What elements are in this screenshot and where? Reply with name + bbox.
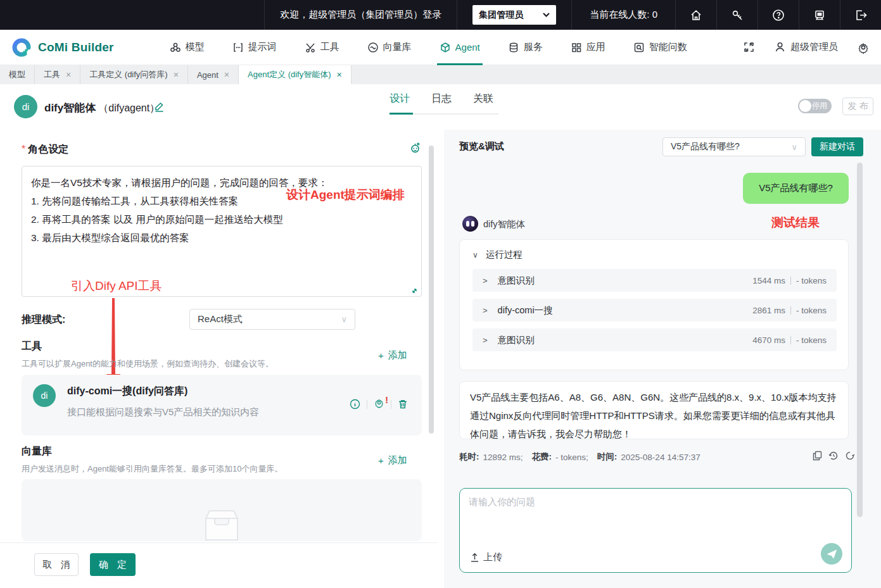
- chevron-down-icon: ∨: [341, 315, 347, 324]
- page-subtitle: （difyagent）: [98, 103, 160, 113]
- chevron-down-icon: ∨: [791, 142, 797, 152]
- design-tabs: 设计 日志 关联: [390, 92, 493, 113]
- plus-icon: +: [378, 455, 384, 466]
- help-button[interactable]: [758, 0, 799, 30]
- divider: [391, 400, 391, 409]
- vector-section-title: 向量库: [22, 445, 52, 458]
- nav-item-app[interactable]: 应用: [571, 30, 605, 65]
- welcome-text: 欢迎，超级管理员（集团管理员）登录: [265, 9, 457, 21]
- confirm-button[interactable]: 确 定: [90, 553, 136, 576]
- tab-model[interactable]: 模型: [0, 65, 35, 84]
- cancel-button[interactable]: 取 消: [34, 553, 79, 576]
- divider: [790, 277, 791, 285]
- resize-handle-icon[interactable]: [410, 287, 419, 295]
- run-process-card: ∨ 运行过程 > 意图识别 1544 ms- tokens > dify-com…: [459, 239, 849, 370]
- agent-chat-avatar: [462, 216, 478, 232]
- annotation-prompt-design: 设计Agent提示词编排: [286, 187, 405, 203]
- nav-item-service[interactable]: 服务: [508, 30, 543, 65]
- logout-button[interactable]: [840, 0, 881, 30]
- close-icon[interactable]: ×: [224, 70, 229, 80]
- alert-badge: !: [385, 395, 388, 405]
- empty-box-icon: [201, 504, 243, 541]
- tab-relations[interactable]: 关联: [473, 92, 493, 113]
- smartqa-icon: [633, 42, 645, 53]
- nav-item-prompt[interactable]: 提示词: [232, 30, 277, 65]
- add-tool-button[interactable]: +添加: [378, 349, 407, 361]
- disable-toggle[interactable]: 停用: [798, 99, 832, 113]
- divider: [367, 400, 367, 409]
- divider: [790, 336, 791, 344]
- key-icon: [731, 9, 744, 22]
- edit-pencil-icon[interactable]: [154, 101, 165, 112]
- trash-icon[interactable]: [398, 399, 408, 410]
- tools-section-title: 工具: [22, 340, 42, 353]
- ai-optimize-icon[interactable]: [409, 142, 421, 154]
- nav-item-agent[interactable]: Agent: [440, 30, 480, 65]
- run-process-header[interactable]: ∨ 运行过程: [472, 249, 523, 261]
- upload-button[interactable]: 上传: [470, 551, 502, 563]
- run-step-intent-2[interactable]: > 意图识别 4670 ms- tokens: [472, 328, 837, 351]
- role-setting-label: *角色设定: [22, 143, 68, 156]
- tab-tool[interactable]: 工具×: [35, 65, 80, 84]
- history-question-select[interactable]: V5产品线有哪些? ∨: [662, 137, 806, 156]
- chevron-right-icon: >: [483, 276, 488, 285]
- refresh-icon[interactable]: [845, 451, 855, 461]
- brand-name: CoMi Builder: [38, 41, 114, 54]
- tab-agent-def[interactable]: Agent定义 (dify智能体)×: [239, 65, 352, 84]
- left-panel-scrollbar[interactable]: [429, 146, 434, 434]
- nav-item-vector[interactable]: 向量库: [367, 30, 412, 65]
- role-select[interactable]: 集团管理员: [472, 5, 556, 25]
- tab-design[interactable]: 设计: [390, 92, 410, 113]
- required-asterisk: *: [22, 144, 25, 154]
- chat-scrollbar[interactable]: [857, 163, 863, 517]
- tool-settings-button[interactable]: !: [374, 397, 384, 411]
- password-button[interactable]: [717, 0, 757, 30]
- tab-tool-def[interactable]: 工具定义 (dify问答库)×: [80, 65, 188, 84]
- send-button[interactable]: [821, 543, 842, 565]
- nav-menu: 模型 提示词 工具 向量库 Agent 服务 应用 智能问数: [170, 30, 687, 65]
- settings-gear-icon[interactable]: [857, 41, 870, 54]
- run-step-tool[interactable]: > dify-comi一搜 2861 ms- tokens: [472, 299, 837, 322]
- reasoning-mode-label: 推理模式:: [22, 313, 65, 327]
- close-icon[interactable]: ×: [337, 70, 342, 80]
- copy-icon[interactable]: [813, 451, 822, 461]
- agent-avatar: di: [14, 95, 37, 118]
- question-input[interactable]: 请输入你的问题 上传: [459, 488, 852, 573]
- top-system-bar: 欢迎，超级管理员（集团管理员）登录 集团管理员 当前在线人数: 0: [0, 0, 881, 30]
- fullscreen-icon[interactable]: [743, 41, 755, 53]
- tool-avatar: di: [33, 384, 56, 407]
- agent-icon: [440, 42, 451, 53]
- history-icon[interactable]: [828, 451, 839, 461]
- close-icon[interactable]: ×: [174, 70, 179, 80]
- nav-right: 超级管理员: [743, 41, 870, 54]
- brand[interactable]: CoMi Builder: [11, 37, 114, 58]
- console-button[interactable]: [799, 0, 840, 30]
- model-icon: [170, 42, 181, 53]
- nav-item-tool[interactable]: 工具: [305, 30, 339, 65]
- nav-item-smartqa[interactable]: 智能问数: [633, 30, 687, 65]
- upload-icon: [470, 553, 479, 563]
- add-vector-button[interactable]: +添加: [378, 454, 407, 466]
- reasoning-mode-select[interactable]: ReAct模式 ∨: [189, 309, 355, 330]
- run-step-intent-1[interactable]: > 意图识别 1544 ms- tokens: [472, 269, 837, 292]
- close-icon[interactable]: ×: [66, 70, 71, 80]
- form-footer: 取 消 确 定: [0, 542, 437, 588]
- current-user[interactable]: 超级管理员: [774, 41, 838, 53]
- comi-logo-icon: [11, 37, 32, 58]
- nav-item-model[interactable]: 模型: [170, 30, 205, 65]
- publish-button[interactable]: 发 布: [842, 97, 873, 115]
- tool-card[interactable]: di dify-comi一搜(dify问答库) 接口能根据问题搜索与V5产品相关…: [22, 375, 422, 435]
- active-tab-underline: [390, 113, 413, 115]
- preview-debug-panel: 预览&调试 V5产品线有哪些? ∨ 新建对话 V5产品线有哪些? dify智能体…: [444, 130, 881, 588]
- home-button[interactable]: [676, 0, 716, 30]
- tab-agent[interactable]: Agent×: [188, 65, 239, 84]
- role-prompt-textarea[interactable]: 你是一名V5技术专家，请根据用户的问题，完成问题的回答，要求： 1. 先将问题传…: [22, 166, 422, 297]
- new-chat-button[interactable]: 新建对话: [811, 137, 863, 156]
- answer-actions: [813, 451, 855, 461]
- tab-logs[interactable]: 日志: [431, 92, 452, 113]
- monitor-icon: [813, 9, 826, 22]
- info-icon[interactable]: [350, 399, 360, 410]
- app-grid-icon: [571, 42, 582, 53]
- main-navbar: CoMi Builder 模型 提示词 工具 向量库 Agent 服务 应用: [0, 30, 881, 65]
- vector-section-desc: 用户发送消息时，Agent能够引用向量库答复。最多可添加10个向量库。: [22, 463, 282, 475]
